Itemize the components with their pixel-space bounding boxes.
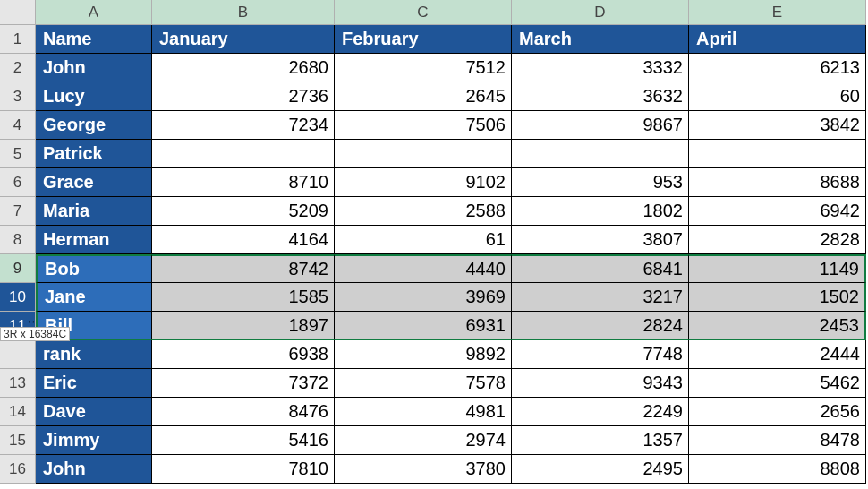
row-header-14[interactable]: 14: [0, 398, 36, 426]
cell-D12[interactable]: 7748: [512, 340, 689, 369]
row-header-10[interactable]: 10: [0, 283, 36, 312]
cell-E7[interactable]: 6942: [689, 197, 866, 226]
cell-C2[interactable]: 7512: [335, 54, 512, 82]
row-header-4[interactable]: 4: [0, 111, 36, 140]
cell-A2[interactable]: John: [36, 54, 152, 82]
cell-A8[interactable]: Herman: [36, 226, 152, 254]
cell-E11[interactable]: 2453: [689, 312, 866, 340]
cell-B15[interactable]: 5416: [152, 426, 335, 455]
cell-C3[interactable]: 2645: [335, 82, 512, 111]
cell-B2[interactable]: 2680: [152, 54, 335, 82]
cell-A5[interactable]: Patrick: [36, 140, 152, 168]
spreadsheet-grid[interactable]: A B C D E 1 Name January February March …: [0, 0, 868, 484]
cell-C12[interactable]: 9892: [335, 340, 512, 369]
cell-A6[interactable]: Grace: [36, 168, 152, 197]
cell-D14[interactable]: 2249: [512, 398, 689, 426]
cell-A16[interactable]: John: [36, 455, 152, 484]
cell-C7[interactable]: 2588: [335, 197, 512, 226]
cell-D11[interactable]: 2824: [512, 312, 689, 340]
cell-B5[interactable]: [152, 140, 335, 168]
cell-D10[interactable]: 3217: [512, 283, 689, 312]
cell-E8[interactable]: 2828: [689, 226, 866, 254]
cell-E15[interactable]: 8478: [689, 426, 866, 455]
cell-B3[interactable]: 2736: [152, 82, 335, 111]
row-header-7[interactable]: 7: [0, 197, 36, 226]
cell-E14[interactable]: 2656: [689, 398, 866, 426]
cell-B6[interactable]: 8710: [152, 168, 335, 197]
cell-C6[interactable]: 9102: [335, 168, 512, 197]
cell-C11[interactable]: 6931: [335, 312, 512, 340]
col-header-B[interactable]: B: [152, 0, 335, 25]
cell-E5[interactable]: [689, 140, 866, 168]
cell-D6[interactable]: 953: [512, 168, 689, 197]
cell-D16[interactable]: 2495: [512, 455, 689, 484]
row-header-8[interactable]: 8: [0, 226, 36, 254]
cell-A3[interactable]: Lucy: [36, 82, 152, 111]
row-header-1[interactable]: 1: [0, 25, 36, 54]
cell-B9[interactable]: 8742: [152, 254, 335, 283]
cell-D13[interactable]: 9343: [512, 369, 689, 398]
row-header-13[interactable]: 13: [0, 369, 36, 398]
select-all-corner[interactable]: [0, 0, 36, 25]
cell-E6[interactable]: 8688: [689, 168, 866, 197]
cell-A4[interactable]: George: [36, 111, 152, 140]
cell-B11[interactable]: 1897: [152, 312, 335, 340]
cell-A15[interactable]: Jimmy: [36, 426, 152, 455]
row-header-12[interactable]: [0, 340, 36, 369]
cell-A13[interactable]: Eric: [36, 369, 152, 398]
cell-E10[interactable]: 1502: [689, 283, 866, 312]
cell-A10[interactable]: Jane: [36, 283, 152, 312]
row-header-9[interactable]: 9: [0, 254, 36, 283]
cell-C13[interactable]: 7578: [335, 369, 512, 398]
cell-E13[interactable]: 5462: [689, 369, 866, 398]
cell-B16[interactable]: 7810: [152, 455, 335, 484]
col-header-D[interactable]: D: [512, 0, 689, 25]
row-header-3[interactable]: 3: [0, 82, 36, 111]
cell-D9[interactable]: 6841: [512, 254, 689, 283]
cell-E4[interactable]: 3842: [689, 111, 866, 140]
cell-E3[interactable]: 60: [689, 82, 866, 111]
col-header-C[interactable]: C: [335, 0, 512, 25]
cell-C14[interactable]: 4981: [335, 398, 512, 426]
cell-B13[interactable]: 7372: [152, 369, 335, 398]
cell-C8[interactable]: 61: [335, 226, 512, 254]
cell-C16[interactable]: 3780: [335, 455, 512, 484]
cell-C1[interactable]: February: [335, 25, 512, 54]
cell-A7[interactable]: Maria: [36, 197, 152, 226]
cell-D4[interactable]: 9867: [512, 111, 689, 140]
cell-B4[interactable]: 7234: [152, 111, 335, 140]
cell-B14[interactable]: 8476: [152, 398, 335, 426]
cell-C5[interactable]: [335, 140, 512, 168]
cell-E9[interactable]: 1149: [689, 254, 866, 283]
row-header-15[interactable]: 15: [0, 426, 36, 455]
cell-D15[interactable]: 1357: [512, 426, 689, 455]
cell-E12[interactable]: 2444: [689, 340, 866, 369]
cell-B12[interactable]: 6938: [152, 340, 335, 369]
cell-C9[interactable]: 4440: [335, 254, 512, 283]
cell-B10[interactable]: 1585: [152, 283, 335, 312]
col-header-A[interactable]: A: [36, 0, 152, 25]
cell-A1[interactable]: Name: [36, 25, 152, 54]
row-header-16[interactable]: 16: [0, 455, 36, 484]
cell-A12[interactable]: rank: [36, 340, 152, 369]
cell-C4[interactable]: 7506: [335, 111, 512, 140]
cell-C15[interactable]: 2974: [335, 426, 512, 455]
row-header-6[interactable]: 6: [0, 168, 36, 197]
cell-B8[interactable]: 4164: [152, 226, 335, 254]
cell-D7[interactable]: 1802: [512, 197, 689, 226]
cell-E1[interactable]: April: [689, 25, 866, 54]
row-header-5[interactable]: 5: [0, 140, 36, 168]
cell-A14[interactable]: Dave: [36, 398, 152, 426]
cell-B1[interactable]: January: [152, 25, 335, 54]
cell-D2[interactable]: 3332: [512, 54, 689, 82]
cell-D1[interactable]: March: [512, 25, 689, 54]
cell-E16[interactable]: 8808: [689, 455, 866, 484]
cell-D3[interactable]: 3632: [512, 82, 689, 111]
col-header-E[interactable]: E: [689, 0, 866, 25]
row-header-2[interactable]: 2: [0, 54, 36, 82]
cell-D8[interactable]: 3807: [512, 226, 689, 254]
cell-D5[interactable]: [512, 140, 689, 168]
cell-B7[interactable]: 5209: [152, 197, 335, 226]
cell-C10[interactable]: 3969: [335, 283, 512, 312]
cell-E2[interactable]: 6213: [689, 54, 866, 82]
